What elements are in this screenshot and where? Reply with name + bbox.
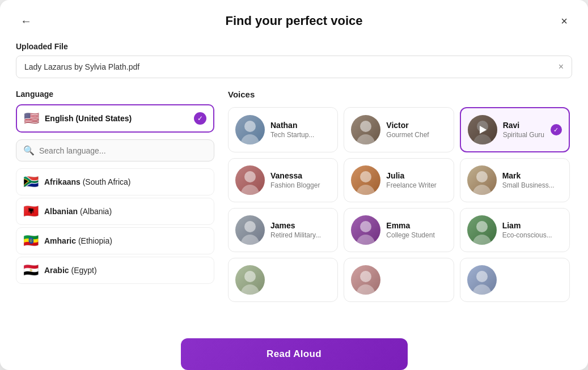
language-panel: Language 🇺🇸 English (United States) ✓ 🔍 … xyxy=(16,90,214,302)
avatar-wrap xyxy=(351,215,380,245)
voice-info: James Retired Military... xyxy=(270,221,331,239)
language-item-afrikaans[interactable]: 🇿🇦 Afrikaans (South Africa) xyxy=(16,168,214,195)
avatar-wrap xyxy=(235,115,265,144)
voice-name: Emma xyxy=(386,221,446,230)
lang-item-name: Amharic (Ethiopia) xyxy=(44,236,112,245)
modal-container: ← Find your perfect voice × Uploaded Fil… xyxy=(0,0,588,370)
voice-info: Nathan Tech Startup... xyxy=(270,121,331,139)
avatar-mark xyxy=(467,165,497,195)
avatar-extra1 xyxy=(235,265,265,295)
voice-card-extra3[interactable] xyxy=(460,258,570,302)
voice-name: James xyxy=(270,221,331,230)
voice-info: Victor Gourmet Chef xyxy=(386,121,446,139)
voice-role: Fashion Blogger xyxy=(270,181,331,189)
lang-item-name: Arabic (Egypt) xyxy=(44,266,97,275)
avatar-julia xyxy=(351,165,380,195)
selected-check: ✓ xyxy=(194,112,206,125)
voice-card-liam[interactable]: Liam Eco-conscious... xyxy=(460,208,570,252)
voice-check: ✓ xyxy=(551,124,562,135)
voice-info: Julia Freelance Writer xyxy=(386,171,446,189)
language-search-box: 🔍 xyxy=(16,139,214,161)
voice-role: Spiritual Guru xyxy=(503,131,545,139)
voice-card-vanessa[interactable]: Vanessa Fashion Blogger xyxy=(228,158,338,202)
selected-language[interactable]: 🇺🇸 English (United States) ✓ xyxy=(16,104,214,133)
play-overlay xyxy=(468,115,497,144)
search-icon: 🔍 xyxy=(23,145,35,156)
voice-info: Vanessa Fashion Blogger xyxy=(270,171,331,189)
language-item-albanian[interactable]: 🇦🇱 Albanian (Albania) xyxy=(16,198,214,225)
selected-lang-name: English (United States) xyxy=(45,114,188,123)
avatar-extra3 xyxy=(467,265,497,295)
close-button[interactable]: × xyxy=(556,12,572,30)
voice-name: Victor xyxy=(386,121,446,130)
avatar-wrap xyxy=(467,265,497,295)
voice-card-extra2[interactable] xyxy=(344,258,454,302)
avatar-wrap xyxy=(351,265,380,295)
avatar-wrap xyxy=(467,165,497,195)
voice-card-julia[interactable]: Julia Freelance Writer xyxy=(344,158,454,202)
voice-card-extra1[interactable] xyxy=(228,258,338,302)
avatar-liam xyxy=(467,215,497,245)
voice-role: Small Business... xyxy=(502,181,562,189)
language-item-arabic[interactable]: 🇪🇬 Arabic (Egypt) xyxy=(16,257,214,284)
voice-role: Gourmet Chef xyxy=(386,131,446,139)
language-search-input[interactable] xyxy=(39,146,207,155)
avatar-james xyxy=(235,215,265,245)
voice-card-mark[interactable]: Mark Small Business... xyxy=(460,158,570,202)
avatar-wrap xyxy=(235,165,265,195)
voice-card-emma[interactable]: Emma College Student xyxy=(344,208,454,252)
flag-icon: 🇪🇹 xyxy=(23,233,39,248)
file-input-box: Lady Lazarus by Sylvia Plath.pdf × xyxy=(16,56,572,78)
language-list: 🇿🇦 Afrikaans (South Africa) 🇦🇱 Albanian … xyxy=(16,168,214,284)
voice-info xyxy=(386,279,446,280)
voices-grid: Nathan Tech Startup... Victor Gourmet Ch… xyxy=(228,107,572,302)
avatar-wrap xyxy=(467,215,497,245)
flag-icon: 🇦🇱 xyxy=(23,204,39,219)
voice-info xyxy=(502,279,562,280)
language-item-amharic[interactable]: 🇪🇹 Amharic (Ethiopia) xyxy=(16,227,214,254)
voice-info: Ravi Spiritual Guru xyxy=(503,121,545,139)
voice-name: Julia xyxy=(386,171,446,180)
voice-info: Emma College Student xyxy=(386,221,446,239)
voice-card-james[interactable]: James Retired Military... xyxy=(228,208,338,252)
file-name: Lady Lazarus by Sylvia Plath.pdf xyxy=(24,62,139,71)
voice-info: Mark Small Business... xyxy=(502,171,562,189)
modal-header: ← Find your perfect voice × xyxy=(16,14,572,28)
language-label: Language xyxy=(16,90,214,99)
voice-name: Ravi xyxy=(503,121,545,130)
voice-name: Mark xyxy=(502,171,562,180)
voice-role: Eco-conscious... xyxy=(502,231,562,239)
avatar-nathan xyxy=(235,115,265,144)
avatar-wrap xyxy=(351,115,380,144)
voice-name: Nathan xyxy=(270,121,331,130)
back-button[interactable]: ← xyxy=(16,12,36,30)
voices-panel: Voices Nathan Tech Startup... xyxy=(228,90,572,302)
voice-role: College Student xyxy=(386,231,446,239)
file-clear-button[interactable]: × xyxy=(559,62,564,72)
avatar-emma xyxy=(351,215,380,245)
flag-icon: 🇪🇬 xyxy=(23,263,39,278)
avatar-extra2 xyxy=(351,265,380,295)
modal-title: Find your perfect voice xyxy=(225,14,362,28)
voice-card-ravi[interactable]: Ravi Spiritual Guru ✓ xyxy=(460,107,570,152)
voice-role: Freelance Writer xyxy=(386,181,446,189)
read-aloud-button[interactable]: Read Aloud xyxy=(181,338,408,370)
lang-item-name: Albanian (Albania) xyxy=(44,207,112,216)
voice-name: Liam xyxy=(502,221,562,230)
avatar-wrap xyxy=(235,265,265,295)
avatar-vanessa xyxy=(235,165,265,195)
voice-name: Vanessa xyxy=(270,171,331,180)
uploaded-file-label: Uploaded File xyxy=(16,42,572,51)
avatar-wrap xyxy=(351,165,380,195)
content-area: Language 🇺🇸 English (United States) ✓ 🔍 … xyxy=(16,90,572,302)
voice-card-victor[interactable]: Victor Gourmet Chef xyxy=(344,107,454,152)
voice-info: Liam Eco-conscious... xyxy=(502,221,562,239)
voice-role: Retired Military... xyxy=(270,231,331,239)
avatar-victor xyxy=(351,115,380,144)
flag-icon: 🇿🇦 xyxy=(23,175,39,189)
voice-role: Tech Startup... xyxy=(270,131,331,139)
voices-label: Voices xyxy=(228,90,572,99)
avatar-wrap xyxy=(235,215,265,245)
lang-item-name: Afrikaans (South Africa) xyxy=(44,177,131,186)
voice-card-nathan[interactable]: Nathan Tech Startup... xyxy=(228,107,338,152)
